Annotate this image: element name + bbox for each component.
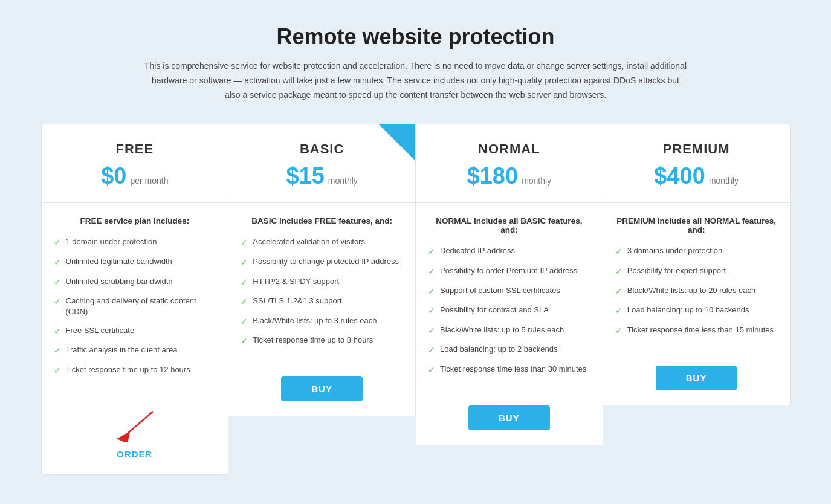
checkmark-icon: ✓ bbox=[241, 296, 248, 308]
checkmark-icon: ✓ bbox=[428, 266, 435, 278]
list-item: ✓Unlimited scrubbing bandwidth bbox=[54, 276, 216, 289]
features-title-free: FREE service plan includes: bbox=[54, 216, 216, 225]
checkmark-icon: ✓ bbox=[241, 316, 248, 328]
buy-button-premium[interactable]: BUY bbox=[656, 366, 737, 390]
checkmark-icon: ✓ bbox=[615, 325, 622, 337]
plan-body-free: FREE service plan includes:✓1 domain und… bbox=[42, 203, 228, 396]
plan-footer-free: ORDER bbox=[42, 396, 228, 474]
list-item: ✓1 domain under protection bbox=[54, 236, 216, 249]
plan-header-free: FREE$0per month bbox=[42, 124, 228, 203]
checkmark-icon: ✓ bbox=[428, 344, 435, 357]
checkmark-icon: ✓ bbox=[241, 277, 248, 289]
plan-price-row-basic: $15monthly bbox=[241, 163, 403, 189]
plan-price-row-free: $0per month bbox=[54, 163, 216, 189]
features-list-normal: ✓Dedicated IP address✓Possibility to ord… bbox=[428, 245, 590, 383]
feature-text: Ticket response time up to 8 hours bbox=[253, 335, 373, 346]
list-item: ✓Unlimited legitimate bandwidth bbox=[54, 256, 216, 269]
feature-text: Possibility to order Premium IP address bbox=[440, 265, 577, 276]
feature-text: Possibility for contract and SLA bbox=[440, 305, 549, 315]
checkmark-icon: ✓ bbox=[54, 277, 61, 289]
page-title: Remote website protection bbox=[12, 24, 819, 50]
arrow-container bbox=[54, 405, 216, 442]
feature-text: Possibility to change protected IP addre… bbox=[253, 256, 399, 267]
feature-text: Black/White lists: up to 3 rules each bbox=[253, 315, 377, 326]
list-item: ✓Ticket response time up to 12 hours bbox=[54, 364, 216, 377]
plan-period-premium: monthly bbox=[709, 176, 739, 186]
feature-text: Caching and delivery of static content (… bbox=[66, 296, 216, 317]
plan-period-free: per month bbox=[130, 176, 168, 186]
plan-name-premium: PREMIUM bbox=[615, 141, 778, 157]
list-item: ✓3 domains under protection bbox=[615, 245, 778, 258]
features-list-basic: ✓Accelerated validation of visitors✓Poss… bbox=[241, 236, 403, 355]
plan-price-free: $0 bbox=[101, 163, 126, 189]
feature-text: Ticket response time less than 30 minute… bbox=[440, 364, 586, 375]
plans-container: FREE$0per monthFREE service plan include… bbox=[41, 124, 791, 475]
feature-text: SSL/TLS 1.2&1.3 support bbox=[253, 296, 341, 306]
plan-name-free: FREE bbox=[54, 141, 216, 157]
feature-text: Accelerated validation of visitors bbox=[253, 236, 365, 247]
plan-footer-basic: BUY bbox=[228, 367, 415, 416]
list-item: ✓Accelerated validation of visitors bbox=[241, 236, 403, 249]
features-title-basic: BASIC includes FREE features, and: bbox=[241, 216, 403, 225]
plan-price-normal: $180 bbox=[467, 163, 519, 189]
checkmark-icon: ✓ bbox=[428, 364, 435, 376]
list-item: ✓Possibility to order Premium IP address bbox=[428, 265, 590, 278]
feature-text: Unlimited legitimate bandwidth bbox=[66, 256, 172, 267]
feature-text: Load balancing: up to 2 backends bbox=[440, 344, 557, 355]
plan-header-premium: PREMIUM$400monthly bbox=[603, 124, 790, 203]
checkmark-icon: ✓ bbox=[54, 237, 61, 249]
feature-text: Ticket response time less than 15 minute… bbox=[627, 325, 774, 335]
list-item: ✓Black/White lists: up to 20 rules each bbox=[615, 285, 778, 298]
checkmark-icon: ✓ bbox=[428, 286, 435, 298]
checkmark-icon: ✓ bbox=[54, 365, 61, 377]
plan-card-premium: PREMIUM$400monthlyPREMIUM includes all N… bbox=[603, 124, 791, 405]
plan-card-basic: BASIC$15monthlyBASIC includes FREE featu… bbox=[228, 124, 416, 416]
plan-footer-premium: BUY bbox=[603, 356, 790, 405]
feature-text: Possibility for expert support bbox=[627, 265, 726, 276]
plan-footer-normal: BUY bbox=[416, 396, 603, 445]
list-item: ✓Dedicated IP address bbox=[428, 245, 590, 258]
checkmark-icon: ✓ bbox=[241, 257, 248, 269]
list-item: ✓Black/White lists: up to 5 rules each bbox=[428, 325, 590, 337]
plan-period-normal: monthly bbox=[522, 176, 551, 186]
plan-header-normal: NORMAL$180monthly bbox=[416, 124, 603, 203]
list-item: ✓SSL/TLS 1.2&1.3 support bbox=[241, 296, 403, 308]
checkmark-icon: ✓ bbox=[615, 305, 622, 317]
list-item: ✓Possibility for contract and SLA bbox=[428, 305, 590, 317]
page-description: This is comprehensive service for websit… bbox=[144, 59, 688, 102]
list-item: ✓Free SSL certificate bbox=[54, 325, 216, 338]
list-item: ✓Support of custom SSL certificates bbox=[428, 285, 590, 298]
plan-price-row-normal: $180monthly bbox=[428, 163, 590, 189]
plan-price-row-premium: $400monthly bbox=[615, 163, 778, 189]
plan-price-basic: $15 bbox=[286, 163, 324, 189]
checkmark-icon: ✓ bbox=[54, 345, 61, 357]
plan-price-premium: $400 bbox=[654, 163, 705, 189]
feature-text: Support of custom SSL certificates bbox=[440, 285, 560, 296]
buy-button-basic[interactable]: BUY bbox=[281, 376, 363, 401]
checkmark-icon: ✓ bbox=[615, 266, 622, 278]
features-title-normal: NORMAL includes all BASIC features, and: bbox=[428, 216, 590, 234]
plan-card-free: FREE$0per monthFREE service plan include… bbox=[41, 124, 229, 475]
list-item: ✓Ticket response time less than 15 minut… bbox=[615, 325, 778, 337]
buy-button-normal[interactable]: BUY bbox=[468, 405, 550, 430]
list-item: ✓Load balancing: up to 2 backends bbox=[428, 344, 590, 357]
features-list-free: ✓1 domain under protection✓Unlimited leg… bbox=[54, 236, 216, 384]
list-item: ✓Possibility for expert support bbox=[615, 265, 778, 278]
ribbon-badge bbox=[379, 124, 415, 161]
feature-text: Dedicated IP address bbox=[440, 245, 515, 256]
checkmark-icon: ✓ bbox=[54, 257, 61, 269]
feature-text: Load balancing: up to 10 backends bbox=[627, 305, 749, 315]
plan-body-normal: NORMAL includes all BASIC features, and:… bbox=[416, 203, 603, 395]
feature-text: 1 domain under protection bbox=[66, 236, 157, 247]
features-list-premium: ✓3 domains under protection✓Possibility … bbox=[615, 245, 778, 344]
feature-text: Black/White lists: up to 5 rules each bbox=[440, 325, 564, 335]
page-header: Remote website protection This is compre… bbox=[12, 24, 819, 102]
features-title-premium: PREMIUM includes all NORMAL features, an… bbox=[615, 216, 778, 234]
list-item: ✓Traffic analysis in the client area bbox=[54, 344, 216, 357]
feature-text: Traffic analysis in the client area bbox=[66, 344, 178, 355]
list-item: ✓Ticket response time up to 8 hours bbox=[241, 335, 403, 347]
list-item: ✓Caching and delivery of static content … bbox=[54, 296, 216, 317]
checkmark-icon: ✓ bbox=[615, 246, 622, 258]
order-button[interactable]: ORDER bbox=[117, 449, 152, 459]
plan-name-normal: NORMAL bbox=[428, 141, 590, 157]
